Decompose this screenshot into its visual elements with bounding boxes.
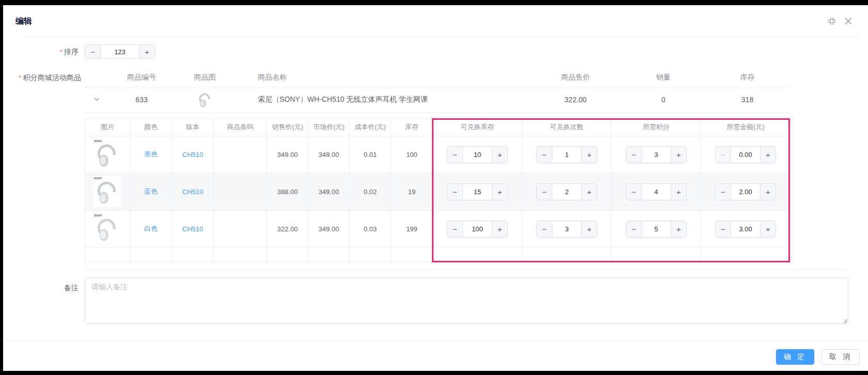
exchange-times-value[interactable]: 1 (552, 147, 581, 163)
exchange-times-stepper: − 2 + (536, 183, 597, 200)
sort-value[interactable]: 123 (101, 45, 139, 58)
decrease-button[interactable]: − (447, 147, 463, 163)
increase-button[interactable]: + (581, 184, 597, 200)
col-sku-version: 版本 (172, 118, 214, 136)
col-product-name: 商品名称 (235, 69, 529, 87)
cancel-button[interactable]: 取 消 (822, 349, 860, 365)
sku-color-link[interactable]: 黑色 (144, 150, 158, 158)
product-table-header: 商品编号 商品图 商品名称 商品售价 销量 库存 (85, 69, 790, 87)
sku-version-link[interactable]: CH510 (182, 188, 203, 196)
points-value[interactable]: 4 (642, 184, 671, 200)
amount-value[interactable]: 0.00 (731, 147, 760, 163)
increase-button[interactable]: + (760, 221, 776, 237)
amount-stepper: − 2.00 + (715, 183, 776, 200)
decrease-button[interactable]: − (716, 147, 731, 163)
amount-value[interactable]: 3.00 (731, 221, 760, 237)
sku-cost-price: 0.03 (350, 210, 391, 247)
sku-stock: 100 (391, 136, 433, 173)
remark-input[interactable] (85, 277, 848, 324)
increase-button[interactable]: + (492, 221, 507, 237)
col-product-sales: 销量 (622, 69, 705, 87)
points-value[interactable]: 3 (642, 147, 671, 163)
increase-button[interactable]: + (581, 147, 597, 163)
brand-label: SONY (94, 214, 102, 217)
sku-sale-price: 388.00 (267, 173, 308, 210)
collapse-row-icon[interactable] (94, 96, 100, 102)
increase-button[interactable]: + (492, 147, 507, 163)
sku-image: SONY (92, 213, 122, 245)
sku-sale-price: 349.00 (267, 136, 308, 173)
increase-button[interactable]: + (760, 184, 776, 200)
close-icon[interactable] (844, 17, 853, 25)
increase-button[interactable]: + (760, 147, 776, 163)
col-sku-sale-price: 销售价(元) (267, 118, 308, 136)
compress-icon[interactable] (828, 17, 836, 25)
dialog-body: 排序 − 123 + 积分商城活动商品 (3, 37, 868, 326)
increase-button[interactable]: + (581, 221, 597, 237)
sku-sale-price: 322.00 (267, 210, 308, 247)
col-sku-image: 图片 (85, 118, 130, 136)
sku-barcode (214, 173, 267, 210)
sku-market-price: 349.00 (308, 173, 350, 210)
decrease-button[interactable]: − (447, 221, 463, 237)
col-sku-cost-price: 成本价(元) (350, 118, 391, 136)
sku-barcode (214, 136, 267, 173)
sku-empty-row (85, 247, 791, 262)
product-stock: 318 (705, 87, 790, 113)
sku-table: 图片 颜色 版本 商品条码 销售价(元) 市场价(元) 成本价(元) 库存 可兑… (85, 118, 791, 262)
dialog-footer: 确 定 取 消 (3, 340, 868, 374)
exchange-stock-stepper: − 10 + (447, 146, 508, 163)
decrease-button[interactable]: − (85, 45, 101, 58)
sku-color-link[interactable]: 蓝色 (144, 187, 158, 195)
decrease-button[interactable]: − (716, 221, 731, 237)
increase-button[interactable]: + (139, 45, 154, 58)
sku-stock: 199 (391, 210, 433, 247)
col-sku-market-price: 市场价(元) (308, 118, 350, 136)
decrease-button[interactable]: − (626, 221, 642, 237)
sku-barcode (214, 210, 267, 247)
sku-version-link[interactable]: CH510 (182, 225, 203, 233)
remark-label: 备注 (19, 277, 85, 326)
decrease-button[interactable]: − (537, 147, 552, 163)
exchange-stock-value[interactable]: 100 (463, 221, 492, 237)
dialog-header: 编辑 (3, 5, 868, 37)
brand-label: SONY (94, 139, 102, 143)
sort-form-item: 排序 − 123 + (19, 44, 848, 59)
points-value[interactable]: 5 (642, 221, 671, 237)
exchange-stock-stepper: − 100 + (447, 221, 508, 238)
exchange-times-value[interactable]: 2 (552, 184, 581, 200)
sku-version-link[interactable]: CH510 (182, 151, 203, 159)
exchange-stock-value[interactable]: 10 (463, 147, 492, 163)
exchange-stock-stepper: − 15 + (447, 183, 508, 200)
increase-button[interactable]: + (671, 184, 686, 200)
remark-form-item: 备注 (19, 277, 848, 326)
decrease-button[interactable]: − (537, 221, 552, 237)
confirm-button[interactable]: 确 定 (776, 349, 814, 365)
increase-button[interactable]: + (492, 184, 507, 200)
sku-color-link[interactable]: 白色 (144, 225, 158, 232)
decrease-button[interactable]: − (537, 184, 552, 200)
sku-market-price: 349.00 (308, 136, 350, 173)
sku-market-price: 349.00 (308, 210, 350, 247)
sku-row: SONY 蓝色 CH510 (85, 173, 791, 210)
exchange-times-stepper: − 3 + (536, 221, 597, 238)
amount-value[interactable]: 2.00 (731, 184, 760, 200)
col-product-stock: 库存 (705, 69, 790, 87)
sort-label: 排序 (19, 44, 85, 59)
sku-row: SONY 白色 CH510 (85, 210, 791, 247)
exchange-stock-value[interactable]: 15 (463, 184, 492, 200)
decrease-button[interactable]: − (447, 184, 463, 200)
decrease-button[interactable]: − (626, 147, 642, 163)
exchange-times-value[interactable]: 3 (552, 221, 581, 237)
products-form-item: 积分商城活动商品 商品编号 商品图 商品名称 商品售价 销量 (19, 69, 848, 269)
dialog-title: 编辑 (16, 16, 32, 27)
decrease-button[interactable]: − (626, 184, 642, 200)
col-amount: 所需金额(元) (701, 118, 791, 136)
decrease-button[interactable]: − (716, 184, 731, 200)
products-label: 积分商城活动商品 (19, 69, 85, 269)
product-sales: 0 (622, 87, 705, 113)
expanded-row-area: 图片 颜色 版本 商品条码 销售价(元) 市场价(元) 成本价(元) 库存 可兑… (85, 113, 848, 269)
sku-stock: 19 (391, 173, 433, 210)
increase-button[interactable]: + (671, 221, 686, 237)
increase-button[interactable]: + (671, 147, 686, 163)
